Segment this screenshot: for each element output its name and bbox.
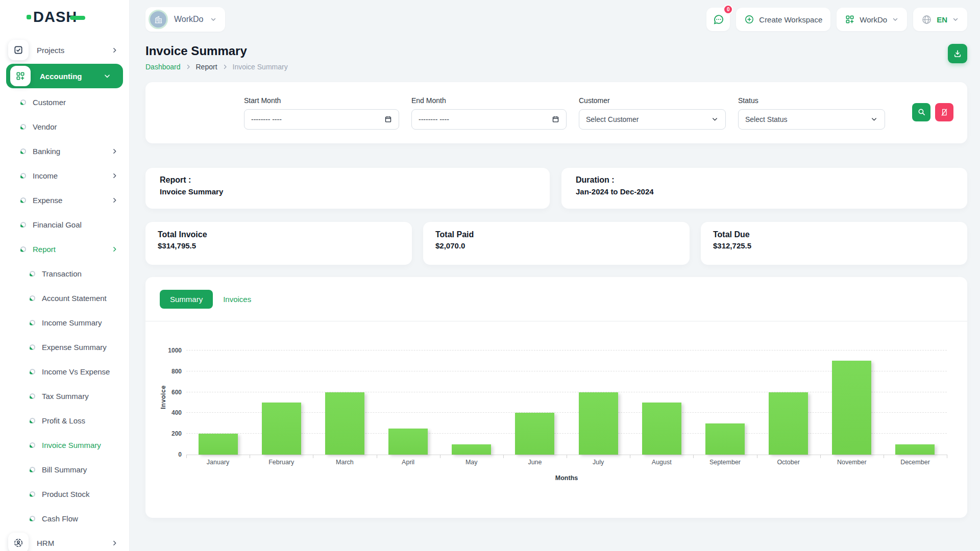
total-due-value: $312,725.5 xyxy=(713,241,955,250)
start-month-input[interactable]: -------- ---- xyxy=(244,109,399,130)
sidebar-item-account-statement[interactable]: Account Statement xyxy=(0,286,129,310)
end-month-placeholder: -------- ---- xyxy=(419,115,449,123)
globe-icon xyxy=(921,14,932,25)
info-row: Report : Invoice Summary Duration : Jan-… xyxy=(145,168,967,209)
sidebar-item-income[interactable]: Income xyxy=(0,163,129,188)
sidebar-item-expense-summary[interactable]: Expense Summary xyxy=(0,335,129,359)
tab-summary[interactable]: Summary xyxy=(160,290,213,309)
filter-card: Start Month -------- ---- End Month ----… xyxy=(145,82,967,143)
sidebar-item-transaction[interactable]: Transaction xyxy=(0,261,129,286)
create-workspace-button[interactable]: Create Workspace xyxy=(736,8,830,31)
bar-july[interactable] xyxy=(579,392,618,455)
file-slash-icon xyxy=(940,108,948,116)
sidebar-item-income-summary[interactable]: Income Summary xyxy=(0,310,129,335)
workspace-avatar xyxy=(149,10,168,29)
breadcrumb-dashboard[interactable]: Dashboard xyxy=(145,63,181,71)
x-tick-mark xyxy=(693,455,694,458)
total-paid-card: Total Paid $2,070.0 xyxy=(423,222,690,265)
chevron-down-icon xyxy=(952,16,959,23)
sidebar-item-report[interactable]: Report xyxy=(0,237,129,261)
start-month-label: Start Month xyxy=(244,96,399,105)
bullet-icon xyxy=(30,418,35,423)
status-select[interactable]: Select Status xyxy=(738,109,885,130)
bar-september[interactable] xyxy=(705,423,745,455)
bullet-icon xyxy=(30,467,35,472)
chevron-right-icon xyxy=(111,246,118,253)
total-invoice-card: Total Invoice $314,795.5 xyxy=(145,222,412,265)
sidebar-item-projects[interactable]: Projects xyxy=(0,38,129,62)
bar-slot xyxy=(186,351,250,455)
sidebar-item-label: Income Summary xyxy=(42,318,102,327)
x-tick-label: May xyxy=(440,459,503,466)
sidebar-item-label: Accounting xyxy=(40,72,82,81)
x-tick-mark xyxy=(884,455,884,458)
sidebar-item-bill-summary[interactable]: Bill Summary xyxy=(0,457,129,482)
x-tick-mark xyxy=(250,455,250,458)
x-tick-label: December xyxy=(884,459,947,466)
sidebar-item-label: Expense xyxy=(33,196,62,205)
bullet-icon xyxy=(30,393,35,399)
tabs-divider xyxy=(145,321,967,321)
x-tick-label: September xyxy=(693,459,756,466)
sidebar-item-accounting[interactable]: Accounting xyxy=(6,64,123,88)
sidebar-item-vendor[interactable]: Vendor xyxy=(0,114,129,139)
sidebar-item-income-vs-expense[interactable]: Income Vs Expense xyxy=(0,359,129,384)
total-paid-label: Total Paid xyxy=(435,230,677,239)
dash-logo[interactable]: DASH xyxy=(27,10,85,24)
reset-filter-button[interactable] xyxy=(935,103,953,121)
download-button[interactable] xyxy=(948,44,967,63)
sidebar-item-financial-goal[interactable]: Financial Goal xyxy=(0,212,129,237)
x-axis-title: Months xyxy=(186,474,947,482)
sidebar-item-label: Product Stock xyxy=(42,490,89,498)
building-icon xyxy=(154,15,163,24)
bar-april[interactable] xyxy=(388,429,428,455)
sidebar-item-tax-summary[interactable]: Tax Summary xyxy=(0,384,129,408)
sidebar-item-label: Profit & Loss xyxy=(42,416,85,425)
customer-select-value: Select Customer xyxy=(586,115,639,123)
bullet-icon xyxy=(30,516,35,521)
chevron-right-icon xyxy=(111,148,118,155)
bar-december[interactable] xyxy=(895,444,935,455)
bar-february[interactable] xyxy=(262,403,301,455)
end-month-label: End Month xyxy=(411,96,567,105)
sidebar-item-invoice-summary[interactable]: Invoice Summary xyxy=(0,433,129,457)
report-title: Report : xyxy=(160,176,535,185)
sidebar-item-cash-flow[interactable]: Cash Flow xyxy=(0,506,129,531)
bar-october[interactable] xyxy=(769,392,808,455)
sidebar-item-expense[interactable]: Expense xyxy=(0,188,129,212)
bar-november[interactable] xyxy=(832,361,871,455)
bar-june[interactable] xyxy=(515,413,554,455)
chevron-right-icon xyxy=(111,47,118,54)
bar-march[interactable] xyxy=(325,392,364,455)
sidebar-item-product-stock[interactable]: Product Stock xyxy=(0,482,129,506)
sidebar-item-label: Tax Summary xyxy=(42,392,89,400)
sidebar-nav: ProjectsAccountingCustomerVendorBankingI… xyxy=(0,34,129,551)
bullet-icon xyxy=(20,173,26,179)
sidebar-item-label: Projects xyxy=(37,46,64,55)
customer-select[interactable]: Select Customer xyxy=(579,109,726,130)
workdo-menu-button[interactable]: WorkDo xyxy=(837,8,907,31)
chevron-right-icon xyxy=(111,172,118,179)
bar-may[interactable] xyxy=(452,444,491,455)
workdo-menu-label: WorkDo xyxy=(860,15,887,24)
bar-august[interactable] xyxy=(642,403,681,455)
sidebar-item-customer[interactable]: Customer xyxy=(0,90,129,114)
total-invoice-label: Total Invoice xyxy=(158,230,400,239)
hrm-icon xyxy=(8,533,29,551)
workspace-selector[interactable]: WorkDo xyxy=(145,7,225,32)
sidebar-item-profit-loss[interactable]: Profit & Loss xyxy=(0,408,129,433)
breadcrumb-report[interactable]: Report xyxy=(196,63,217,71)
language-selector[interactable]: EN xyxy=(913,8,967,31)
tab-invoices[interactable]: Invoices xyxy=(221,290,253,309)
total-due-card: Total Due $312,725.5 xyxy=(701,222,967,265)
notification-badge: 0 xyxy=(723,5,733,14)
sidebar-item-label: Report xyxy=(33,245,56,254)
messages-button[interactable]: 0 xyxy=(706,8,730,31)
bar-january[interactable] xyxy=(199,434,238,455)
x-tick-mark xyxy=(313,455,313,458)
search-button[interactable] xyxy=(912,103,930,121)
sidebar-item-banking[interactable]: Banking xyxy=(0,139,129,163)
sidebar-item-hrm[interactable]: HRM xyxy=(0,531,129,551)
end-month-input[interactable]: -------- ---- xyxy=(411,109,567,130)
content: Invoice Summary Dashboard Report Invoice… xyxy=(129,34,980,551)
